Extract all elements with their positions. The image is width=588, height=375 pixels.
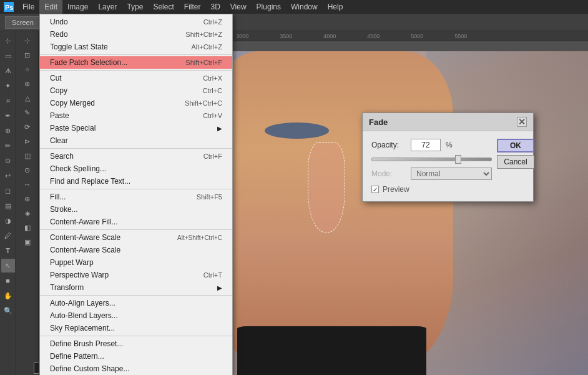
menu-fill[interactable]: Fill... Shift+F5 [40, 191, 232, 203]
nose-selection [308, 142, 345, 232]
crop-tool[interactable]: ⌗ [1, 94, 15, 108]
side-icon-5[interactable]: △ [18, 91, 37, 105]
menu-edit[interactable]: Edit [39, 0, 62, 14]
side-icon-10[interactable]: ⊙ [18, 163, 37, 177]
side-icon-15[interactable]: ▣ [18, 235, 37, 249]
magic-wand-tool[interactable]: ✦ [1, 79, 15, 92]
burn-tool[interactable]: ◑ [1, 214, 15, 228]
preview-checkbox[interactable]: ✓ [371, 186, 379, 193]
separator-6 [40, 295, 232, 296]
side-icon-4[interactable]: ⊕ [18, 77, 37, 91]
move-tool[interactable]: ⊹ [1, 34, 15, 48]
mode-row: Mode: Normal [371, 168, 492, 180]
menu-redo[interactable]: Redo Shift+Ctrl+Z [40, 28, 232, 41]
menu-toggle-last-state[interactable]: Toggle Last State Alt+Ctrl+Z [40, 41, 232, 53]
dialog-title-text: Fade [369, 118, 388, 127]
hand-tool[interactable]: ✋ [1, 289, 15, 302]
menu-copy[interactable]: Copy Ctrl+C [40, 84, 232, 97]
side-icon-7[interactable]: ⟳ [18, 120, 37, 134]
menu-undo[interactable]: Undo Ctrl+Z [40, 16, 232, 28]
menu-cut[interactable]: Cut Ctrl+X [40, 72, 232, 84]
history-brush-tool[interactable]: ↩ [1, 169, 15, 182]
mode-label: Mode: [371, 169, 406, 178]
menu-auto-blend[interactable]: Auto-Blend Layers... [40, 309, 232, 322]
side-icon-11[interactable]: ↔ [18, 178, 37, 191]
marquee-tool[interactable]: ▭ [1, 49, 15, 62]
menu-type[interactable]: Type [122, 0, 148, 14]
side-icon-14[interactable]: ◧ [18, 221, 37, 234]
gradient-tool[interactable]: ▤ [1, 199, 15, 212]
menu-help[interactable]: Help [323, 0, 348, 14]
menu-define-custom-shape[interactable]: Define Custom Shape... [40, 362, 232, 375]
side-icon-13[interactable]: ◈ [18, 206, 37, 220]
menubar: Ps File Edit Image Layer Type Select Fil… [0, 0, 588, 14]
menu-plugins[interactable]: Plugins [252, 0, 286, 14]
ok-button[interactable]: OK [497, 139, 534, 152]
side-icon-2[interactable]: ⊡ [18, 48, 37, 62]
lasso-tool[interactable]: ᗑ [1, 64, 15, 78]
menu-3d[interactable]: 3D [205, 0, 225, 14]
opacity-input[interactable] [411, 139, 441, 151]
svg-text:Ps: Ps [5, 4, 13, 11]
dialog-buttons: OK Cancel [497, 139, 534, 169]
menu-search[interactable]: Search Ctrl+F [40, 150, 232, 162]
menu-auto-align[interactable]: Auto-Align Layers... [40, 297, 232, 309]
menu-file[interactable]: File [17, 0, 39, 14]
separator-3 [40, 148, 232, 149]
menu-perspective-warp[interactable]: Puppet Warp [40, 256, 232, 269]
menu-copy-merged[interactable]: Copy Merged Shift+Ctrl+C [40, 97, 232, 109]
separator-7 [40, 336, 232, 336]
menu-view[interactable]: View [225, 0, 252, 14]
menu-free-transform[interactable]: Perspective Warp Ctrl+T [40, 269, 232, 281]
shape-tool[interactable]: ■ [1, 274, 15, 288]
clone-tool[interactable]: ⊙ [1, 154, 15, 168]
menu-define-brush[interactable]: Define Brush Preset... [40, 338, 232, 350]
menu-fade-patch[interactable]: Fade Patch Selection... Shift+Ctrl+F [40, 56, 232, 69]
pen-tool[interactable]: 🖊 [1, 229, 15, 242]
menu-transform[interactable]: Transform ▶ [40, 281, 232, 294]
menu-puppet-warp[interactable]: Content-Aware Scale [40, 244, 232, 256]
left-toolbar: ⊹ ▭ ᗑ ✦ ⌗ ✒ ⊕ ✏ ⊙ ↩ ◻ ▤ ◑ 🖊 T ↖ ■ ✋ 🔍 [0, 31, 16, 375]
type-tool[interactable]: T [1, 244, 15, 258]
side-icon-3[interactable]: ○ [18, 62, 37, 76]
menu-clear[interactable]: Clear [40, 134, 232, 147]
fade-dialog: Fade ✕ Opacity: % Mode: [362, 112, 534, 202]
separator-4 [40, 189, 232, 189]
side-icon-6[interactable]: ✎ [18, 106, 37, 119]
menu-select[interactable]: Select [148, 0, 179, 14]
menu-window[interactable]: Window [286, 0, 323, 14]
opacity-slider-track[interactable] [371, 158, 492, 161]
menu-filter[interactable]: Filter [179, 0, 206, 14]
edit-menu: Undo Ctrl+Z Redo Shift+Ctrl+Z Toggle Las… [39, 14, 233, 375]
side-icon-1[interactable]: ⊹ [18, 34, 37, 48]
eyedropper-tool[interactable]: ✒ [1, 109, 15, 122]
zoom-tool[interactable]: 🔍 [1, 304, 15, 318]
menu-define-pattern[interactable]: Define Pattern... [40, 350, 232, 362]
opacity-slider-thumb[interactable] [455, 155, 461, 164]
brush-tool[interactable]: ✏ [1, 139, 15, 152]
side-icon-9[interactable]: ◫ [18, 149, 37, 162]
cancel-button[interactable]: Cancel [497, 155, 534, 169]
menu-paste[interactable]: Paste Ctrl+V [40, 109, 232, 122]
side-icon-12[interactable]: ⊕ [18, 192, 37, 206]
menu-content-aware-scale[interactable]: Content-Aware Scale Alt+Shift+Ctrl+C [40, 231, 232, 244]
menu-image[interactable]: Image [62, 0, 93, 14]
dialog-close-button[interactable]: ✕ [517, 117, 527, 127]
opacity-slider-container [371, 158, 492, 161]
mode-select[interactable]: Normal [411, 168, 492, 180]
menu-find-replace[interactable]: Find and Replace Text... [40, 175, 232, 188]
eraser-tool[interactable]: ◻ [1, 184, 15, 198]
menu-paste-special[interactable]: Paste Special ▶ [40, 122, 232, 134]
preview-label: Preview [383, 185, 409, 194]
menu-sky-replacement[interactable]: Sky Replacement... [40, 322, 232, 334]
side-icon-8[interactable]: ⊳ [18, 134, 37, 148]
menu-stroke[interactable]: Stroke... [40, 203, 232, 216]
screen-button[interactable]: Screen [5, 16, 41, 29]
dialog-title-bar: Fade ✕ [363, 113, 533, 131]
menu-check-spelling[interactable]: Check Spelling... [40, 162, 232, 175]
menu-content-aware-fill[interactable]: Content-Aware Fill... [40, 216, 232, 228]
opacity-label: Opacity: [371, 141, 406, 149]
spot-heal-tool[interactable]: ⊕ [1, 124, 15, 138]
path-selection-tool[interactable]: ↖ [1, 259, 15, 272]
menu-layer[interactable]: Layer [93, 0, 122, 14]
